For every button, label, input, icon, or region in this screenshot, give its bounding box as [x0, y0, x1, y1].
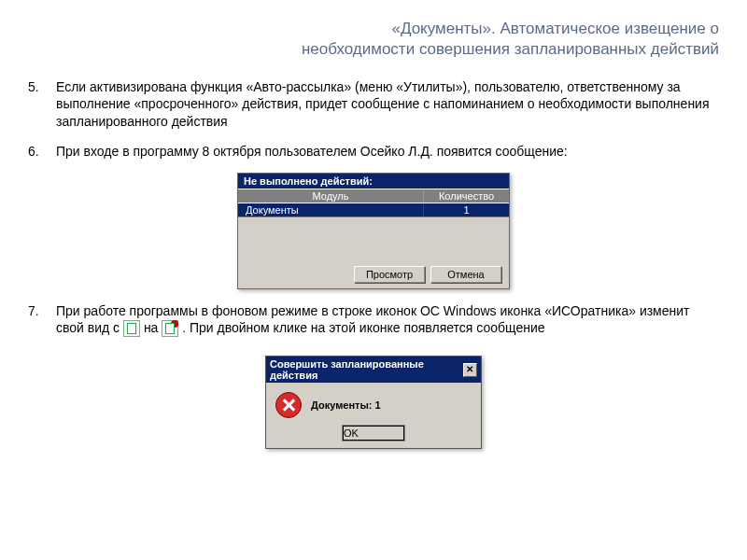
col-module: Модуль [238, 189, 424, 203]
list-item-6: 6. При входе в программу 8 октября польз… [28, 143, 719, 160]
title-line1: «Документы». Автоматическое извещение о [391, 20, 719, 37]
list-number: 7. [28, 302, 56, 337]
list-text: При работе программы в фоновом режиме в … [56, 302, 719, 337]
dialog-body [238, 217, 509, 262]
dialog-message: Документы: 1 [311, 399, 381, 411]
dialog-planned-actions: Совершить запланированные действия ✕ Док… [265, 356, 482, 449]
list-item-7: 7. При работе программы в фоновом режиме… [28, 302, 719, 337]
page-title: «Документы». Автоматическое извещение о … [28, 19, 719, 60]
cell-count: 1 [424, 203, 509, 217]
tray-icon-alert [162, 320, 178, 337]
tray-icon-normal [123, 320, 140, 337]
table-row[interactable]: Документы 1 [238, 203, 509, 217]
dialog-title-text: Совершить запланированные действия [270, 358, 463, 381]
cell-module: Документы [238, 203, 424, 217]
dialog-title: Не выполнено действий: [238, 174, 509, 189]
list-text: При входе в программу 8 октября пользова… [56, 143, 719, 160]
text-mid: на [144, 320, 162, 335]
list-item-5: 5. Если активизирована функция «Авто-рас… [28, 78, 719, 130]
close-icon[interactable]: ✕ [463, 363, 477, 377]
list-text: Если активизирована функция «Авто-рассыл… [56, 78, 719, 130]
view-button[interactable]: Просмотр [354, 266, 425, 283]
cancel-button[interactable]: Отмена [430, 266, 501, 283]
ok-button[interactable]: OK [343, 426, 404, 441]
col-count: Количество [424, 189, 509, 203]
text-after: . При двойном клике на этой иконке появл… [182, 320, 544, 335]
error-icon [275, 392, 302, 418]
table-header: Модуль Количество [238, 189, 509, 203]
dialog-title: Совершить запланированные действия ✕ [266, 357, 481, 383]
dialog-not-done: Не выполнено действий: Модуль Количество… [237, 173, 510, 289]
title-line2: необходимости совершения запланированных… [302, 40, 719, 58]
list-number: 6. [28, 143, 56, 160]
list-number: 5. [28, 78, 56, 130]
